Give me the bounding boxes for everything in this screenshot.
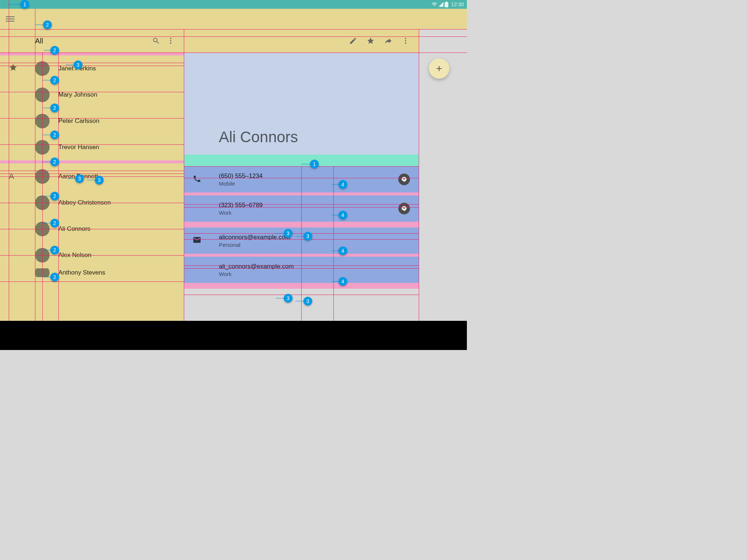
star-icon	[367, 37, 375, 45]
keyline	[301, 166, 302, 321]
keyline	[0, 36, 467, 37]
keyline	[295, 236, 306, 237]
svg-point-5	[405, 38, 406, 39]
contact-name: Mary Johnson	[58, 91, 97, 98]
hangouts-icon	[401, 176, 407, 182]
status-bar: 12:30	[0, 0, 467, 9]
svg-point-6	[405, 40, 406, 42]
list-item[interactable]: Peter Carlsson	[0, 108, 184, 134]
share-button[interactable]	[381, 34, 395, 48]
svg-point-2	[170, 38, 171, 39]
svg-point-7	[405, 43, 406, 44]
phone-number: (650) 555–1234	[219, 172, 263, 180]
keyline	[184, 295, 419, 295]
keyline	[42, 52, 43, 321]
keyline	[333, 166, 334, 321]
plus-icon: +	[436, 63, 442, 74]
keyline	[184, 207, 419, 207]
keyline	[332, 281, 341, 282]
hangouts-icon	[401, 206, 407, 211]
svg-point-3	[170, 40, 171, 42]
more-vert-icon	[167, 37, 175, 45]
keyline	[0, 255, 184, 256]
keyline	[42, 80, 53, 81]
keyline	[0, 229, 184, 229]
search-icon	[152, 37, 160, 45]
edit-icon	[349, 37, 357, 45]
keyline	[0, 171, 184, 171]
menu-icon[interactable]	[6, 15, 15, 23]
keyline	[0, 118, 184, 118]
svg-rect-1	[446, 1, 447, 2]
list-item[interactable]: Mary Johnson	[0, 82, 184, 108]
callout-badge: 2	[43, 20, 52, 29]
keyline	[332, 251, 341, 251]
keyline	[9, 0, 9, 321]
keyline	[184, 178, 419, 178]
more-button[interactable]	[398, 34, 413, 48]
svg-rect-0	[445, 2, 448, 7]
contact-hero: Ali Connors	[184, 52, 419, 155]
keyline	[332, 184, 341, 185]
phone-number: (323) 555–6789	[219, 202, 263, 209]
keyline	[184, 233, 419, 234]
keyline	[184, 268, 419, 269]
list-item[interactable]: Trevor Hansen	[0, 134, 184, 160]
star-button[interactable]	[363, 34, 378, 48]
edit-button[interactable]	[346, 34, 360, 48]
keyline	[184, 239, 419, 240]
keyline	[0, 174, 184, 174]
keyline	[0, 29, 467, 30]
keyline	[184, 29, 184, 321]
status-time: 12:30	[451, 1, 464, 7]
battery-icon	[445, 1, 448, 7]
keyline	[42, 223, 53, 223]
keyline	[419, 29, 419, 321]
keyline	[42, 108, 53, 108]
keyline	[276, 298, 287, 299]
keyline	[0, 203, 184, 203]
list-item[interactable]: Janet Perkins	[0, 55, 184, 82]
keyline	[67, 179, 78, 179]
signal-icon	[438, 1, 444, 7]
list-title: All	[35, 37, 149, 45]
contacts-list: Janet Perkins Mary Johnson Peter Carlsso…	[0, 52, 184, 350]
keyline	[35, 9, 35, 321]
keyline	[0, 176, 184, 177]
list-item[interactable]: Anthony Stevens	[0, 268, 184, 277]
keyline	[0, 66, 184, 66]
keyline	[0, 92, 184, 92]
keyline	[295, 301, 306, 302]
keyline	[0, 281, 184, 282]
keyline	[301, 164, 313, 164]
keyline	[184, 265, 419, 266]
keyline	[332, 215, 341, 215]
contact-name: Anthony Stevens	[58, 269, 105, 276]
callout-badge: 1	[20, 0, 29, 9]
keyline	[0, 144, 184, 145]
keyline	[0, 63, 184, 63]
email-label: Personal	[219, 242, 290, 248]
add-fab[interactable]: +	[429, 58, 449, 79]
message-button[interactable]	[398, 174, 410, 185]
keyline	[42, 196, 53, 197]
email-address: ali_connors@example.com	[219, 263, 294, 270]
keyline	[42, 250, 53, 250]
keyline	[58, 52, 59, 321]
contact-title: Ali Connors	[219, 128, 298, 146]
search-button[interactable]	[149, 34, 163, 48]
phone-label: Work	[219, 210, 263, 216]
callout-badge: 3	[74, 61, 82, 69]
phone-label: Mobile	[219, 180, 263, 187]
keyline	[42, 135, 53, 135]
more-button[interactable]	[163, 34, 178, 48]
wifi-icon	[431, 1, 437, 7]
keyline	[184, 204, 419, 205]
keyline	[42, 162, 53, 162]
share-icon	[384, 37, 392, 45]
detail-toolbar	[184, 29, 419, 52]
keyline	[42, 277, 53, 277]
contact-name: Trevor Hansen	[58, 144, 99, 151]
phone-icon	[193, 174, 201, 184]
star-icon	[9, 63, 18, 74]
